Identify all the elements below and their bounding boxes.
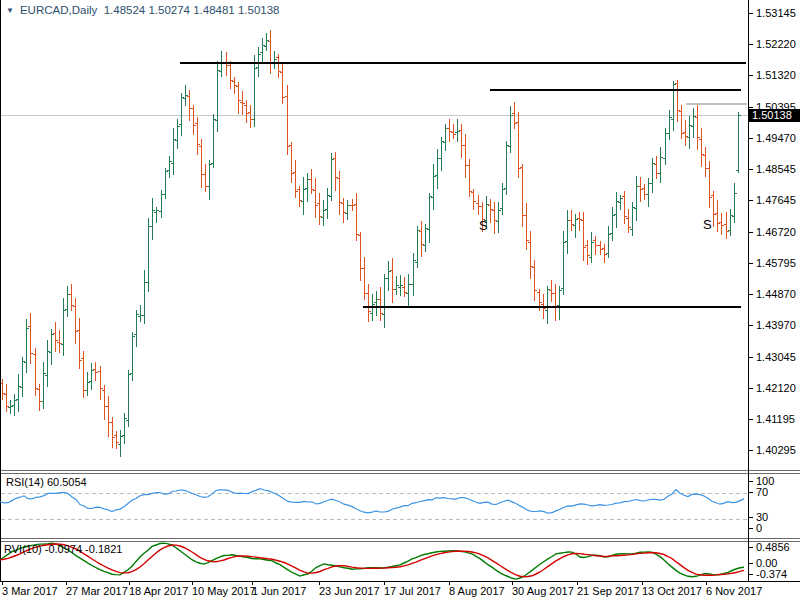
- price-axis-label: 1.41195: [756, 413, 795, 425]
- date-axis-label: 21 Sep 2017: [577, 585, 639, 597]
- support-annotation: S: [479, 218, 488, 233]
- date-axis-label: 10 May 2017: [192, 585, 256, 597]
- price-axis-label: 1.49470: [756, 132, 796, 144]
- price-axis-label: 1.42120: [756, 382, 796, 394]
- date-axis-label: 23 Jun 2017: [319, 585, 380, 597]
- rvi-indicator-label: RVI(10) -0.0974 -0.1821: [4, 543, 122, 555]
- support-annotation: S: [703, 217, 712, 232]
- up-bars: [8, 33, 741, 457]
- rsi-line: [0, 489, 744, 514]
- price-chart-canvas[interactable]: [0, 0, 800, 600]
- date-axis-label: 17 Jul 2017: [384, 585, 441, 597]
- date-axis-label: 13 Oct 2017: [642, 585, 702, 597]
- down-bars: [0, 30, 729, 449]
- price-axis-label: 1.51320: [756, 69, 796, 81]
- symbol-period-label: EURCAD,Daily: [20, 4, 97, 16]
- price-axis-label: 1.48545: [756, 163, 796, 175]
- price-axis-label: 1.53145: [756, 7, 796, 19]
- price-axis-label: 1.43970: [756, 319, 796, 331]
- date-axis-label: 6 Nov 2017: [706, 585, 762, 597]
- rvi-axis-label: 0.4856: [756, 541, 790, 553]
- date-axis-label: 18 Apr 2017: [129, 585, 188, 597]
- rvi-axis-label: -0.374: [756, 568, 787, 580]
- date-axis-label: 3 Mar 2017: [2, 585, 58, 597]
- price-axis-label: 1.40295: [756, 444, 796, 456]
- date-axis-label: 8 Aug 2017: [449, 585, 505, 597]
- rsi-axis-label: 70: [756, 486, 768, 498]
- date-axis-label: 30 Aug 2017: [512, 585, 574, 597]
- price-axis-label: 1.43045: [756, 351, 796, 363]
- price-axis-label: 1.44870: [756, 288, 796, 300]
- chart-window: ▼EURCAD,Daily 1.48524 1.50274 1.48481 1.…: [0, 0, 800, 600]
- price-axis-label: 1.50395: [756, 101, 796, 113]
- rsi-indicator-label: RSI(14) 60.5054: [6, 476, 87, 488]
- rsi-axis-label: 0: [756, 522, 762, 534]
- date-axis-label: 1 Jun 2017: [252, 585, 306, 597]
- symbol-dropdown-icon: ▼: [6, 6, 14, 15]
- price-axis-label: 1.47645: [756, 194, 796, 206]
- ohlc-values-label: 1.48524 1.50274 1.48481 1.50138: [104, 4, 280, 16]
- date-axis-label: 27 Mar 2017: [66, 585, 128, 597]
- symbol-title: ▼EURCAD,Daily 1.48524 1.50274 1.48481 1.…: [6, 4, 280, 16]
- price-axis-label: 1.52220: [756, 38, 796, 50]
- price-axis-label: 1.46720: [756, 226, 796, 238]
- price-axis-label: 1.45795: [756, 257, 796, 269]
